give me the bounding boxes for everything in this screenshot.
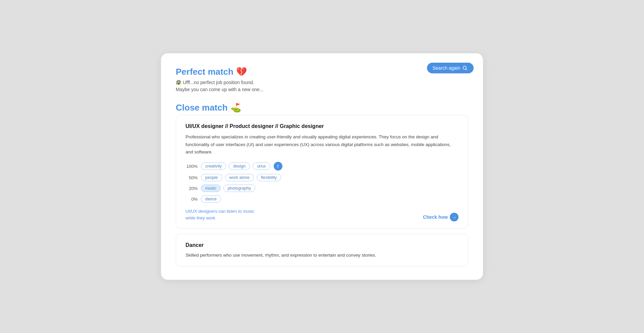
uiux-match-card: UI/UX designer // Product designer // Gr… — [176, 115, 468, 228]
uiux-card-description: Professional who specializes in creating… — [185, 133, 459, 156]
skills-row-20: 20% music photography — [185, 185, 459, 192]
dancer-card-title: Dancer — [185, 242, 459, 248]
close-match-title: Close match ⛳ — [176, 103, 468, 113]
footer-note: UI/UX designers can listen to music whil… — [185, 208, 254, 221]
search-again-label: Search again — [432, 65, 460, 71]
tag-photography: photography — [223, 185, 256, 192]
tag-uiux: ui/ux — [253, 162, 270, 170]
tag-music: music — [201, 185, 221, 192]
tags-50: people work alone flexibility — [201, 174, 281, 181]
skills-row-50: 50% people work alone flexibility — [185, 174, 459, 181]
pct-20: 20% — [185, 186, 198, 191]
pct-50: 50% — [185, 175, 198, 180]
check-how-label: Check how — [423, 214, 448, 220]
skills-row-100: 100% creativity design ui/ux ⇧ — [185, 162, 459, 171]
tag-work-alone: work alone — [225, 174, 254, 181]
tag-people: people — [201, 174, 222, 181]
perfect-match-section: Perfect match 💔 😰 Ufff...no perfect job … — [176, 67, 468, 93]
uiux-card-footer: UI/UX designers can listen to music whil… — [185, 208, 459, 221]
perfect-match-emoji: 💔 — [236, 67, 247, 77]
tag-design: design — [229, 162, 250, 170]
check-how-button[interactable]: Check how → — [423, 213, 459, 221]
tags-100: creativity design ui/ux — [201, 162, 270, 170]
search-icon — [462, 65, 468, 71]
dancer-card-description: Skilled performers who use movement, rhy… — [185, 252, 459, 259]
uiux-card-title: UI/UX designer // Product designer // Gr… — [185, 123, 459, 129]
skills-row-0: 0% dance — [185, 195, 459, 203]
arrow-circle-icon: → — [450, 213, 459, 221]
perfect-match-subtitle: 😰 Ufff...no perfect job position found. … — [176, 79, 468, 93]
skills-rows: 100% creativity design ui/ux ⇧ 50% peopl… — [185, 162, 459, 203]
tag-flexibility: flexibility — [257, 174, 281, 181]
close-match-section: Close match ⛳ — [176, 103, 468, 113]
tag-dance: dance — [201, 195, 221, 203]
search-again-button[interactable]: Search again — [427, 63, 474, 73]
main-card: Search again Perfect match 💔 😰 Ufff...no… — [161, 53, 483, 279]
pct-0: 0% — [185, 197, 198, 202]
tags-20: music photography — [201, 185, 255, 192]
pct-100: 100% — [185, 164, 198, 169]
tags-0: dance — [201, 195, 221, 203]
svg-line-1 — [466, 69, 467, 70]
close-match-emoji: ⛳ — [230, 103, 241, 113]
dancer-match-card: Dancer Skilled performers who use moveme… — [176, 234, 468, 266]
perfect-match-title: Perfect match 💔 — [176, 67, 468, 77]
tag-creativity: creativity — [201, 162, 226, 170]
up-arrow-button[interactable]: ⇧ — [274, 162, 282, 171]
